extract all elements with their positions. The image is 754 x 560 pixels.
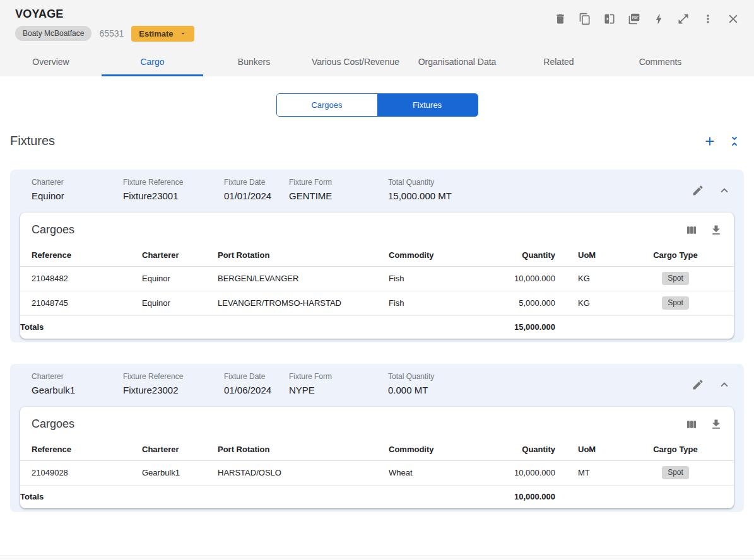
tab-cargo[interactable]: Cargo	[102, 47, 203, 76]
field-total-quantity: Total Quantity 0.000 MT	[388, 372, 692, 395]
chevron-up-icon	[717, 378, 731, 392]
field-fixture-form: Fixture Form GENTIME	[289, 178, 388, 201]
cell-port-rotation: BERGEN/LEVANGER	[218, 267, 389, 291]
totals-quantity: 15,000.000	[464, 316, 555, 339]
fixture-card: Charterer Gearbulk1 Fixture Reference Fi…	[10, 364, 744, 512]
column-header-quantity: Quantity	[464, 243, 555, 267]
cargoes-card: Cargoes Reference Charterer Port	[20, 213, 734, 339]
field-total-quantity: Total Quantity 15,000.000 MT	[388, 178, 692, 201]
collapse-fixture-button[interactable]	[717, 184, 731, 197]
totals-quantity: 10,000.000	[464, 486, 555, 509]
field-value: 01/01/2024	[224, 190, 289, 201]
field-label: Fixture Date	[224, 372, 289, 381]
cargo-type-badge: Spot	[662, 466, 689, 479]
field-label: Fixture Form	[289, 178, 388, 187]
columns-button[interactable]	[685, 418, 698, 431]
field-fixture-date: Fixture Date 01/06/2024	[224, 372, 289, 395]
collapse-fixture-button[interactable]	[717, 378, 731, 392]
fixture-card-actions	[692, 372, 731, 392]
copy-button[interactable]	[579, 13, 591, 25]
edit-fixture-button[interactable]	[692, 378, 704, 391]
tab-related[interactable]: Related	[508, 47, 610, 76]
cell-reference: 21049028	[20, 461, 142, 486]
cell-quantity: 5,000.000	[464, 291, 555, 316]
panel-bottom-edge	[0, 556, 754, 560]
edit-icon	[692, 184, 704, 197]
pdf-button[interactable]: PDF	[628, 13, 640, 25]
tab-overview[interactable]: Overview	[0, 47, 102, 76]
svg-text:PDF: PDF	[632, 16, 639, 20]
expand-button[interactable]	[677, 13, 690, 25]
tab-bunkers[interactable]: Bunkers	[203, 47, 305, 76]
estimate-button[interactable]: Estimate	[131, 26, 194, 42]
field-label: Charterer	[32, 372, 123, 381]
close-button[interactable]	[726, 12, 740, 26]
cell-charterer: Equinor	[142, 267, 218, 291]
column-header-cargo-type: Cargo Type	[628, 243, 734, 267]
topbar: VOYAGE Boaty McBoatface 65531 Estimate	[0, 0, 754, 76]
bolt-button[interactable]	[652, 13, 665, 25]
table-row[interactable]: 21049028 Gearbulk1 HARSTAD/OSLO Wheat 10…	[20, 461, 734, 486]
cell-quantity: 10,000.000	[464, 461, 555, 486]
field-label: Fixture Reference	[123, 372, 224, 381]
column-header-uom: UoM	[555, 437, 628, 461]
field-label: Charterer	[32, 178, 123, 187]
table-header-row: Reference Charterer Port Rotation Commod…	[20, 437, 734, 461]
field-fixture-reference: Fixture Reference Fixture23002	[123, 372, 224, 395]
cell-uom: KG	[555, 267, 628, 291]
cell-reference: 21048745	[20, 291, 142, 316]
table-row[interactable]: 21048482 Equinor BERGEN/LEVANGER Fish 10…	[20, 267, 734, 291]
column-header-cargo-type: Cargo Type	[628, 437, 734, 461]
voyage-number: 65531	[99, 28, 124, 38]
field-value: Gearbulk1	[32, 385, 123, 395]
add-fixture-button[interactable]	[703, 134, 717, 148]
field-fixture-reference: Fixture Reference Fixture23001	[123, 178, 224, 201]
fixtures-section-header: Fixtures	[0, 117, 754, 148]
cell-port-rotation: LEVANGER/TROMSO-HARSTAD	[218, 291, 389, 316]
voyage-panel: VOYAGE Boaty McBoatface 65531 Estimate	[0, 0, 754, 560]
chevron-up-icon	[717, 184, 731, 197]
cargoes-title: Cargoes	[32, 223, 74, 236]
download-button[interactable]	[710, 224, 722, 236]
toggle-fixtures[interactable]: Fixtures	[377, 94, 478, 116]
edit-icon	[692, 378, 704, 391]
columns-button[interactable]	[685, 224, 698, 236]
collapse-all-button[interactable]	[727, 134, 741, 148]
columns-icon	[685, 418, 698, 431]
tab-comments[interactable]: Comments	[610, 47, 711, 76]
tab-bar: Overview Cargo Bunkers Various Cost/Reve…	[0, 47, 754, 76]
column-header-reference: Reference	[20, 437, 142, 461]
field-value: Fixture23001	[123, 190, 224, 201]
field-label: Total Quantity	[388, 178, 692, 187]
totals-label: Totals	[20, 316, 142, 339]
cell-charterer: Gearbulk1	[142, 461, 218, 486]
toggle-cargoes[interactable]: Cargoes	[277, 94, 377, 116]
section-title: Fixtures	[10, 134, 55, 148]
table-header-row: Reference Charterer Port Rotation Commod…	[20, 243, 734, 267]
cell-cargo-type: Spot	[628, 267, 734, 291]
cell-reference: 21048482	[20, 267, 142, 291]
field-value: 15,000.000 MT	[388, 190, 692, 201]
cell-charterer: Equinor	[142, 291, 218, 316]
caret-down-icon	[179, 30, 187, 37]
estimate-button-label: Estimate	[139, 29, 173, 38]
vessel-chip: Boaty McBoatface	[15, 26, 91, 41]
delete-icon	[554, 13, 567, 25]
download-icon	[710, 418, 722, 431]
compare-button[interactable]	[603, 13, 616, 25]
tab-organisational-data[interactable]: Organisational Data	[406, 47, 508, 76]
more-vert-icon	[702, 13, 714, 25]
download-icon	[710, 224, 722, 236]
totals-row: Totals 15,000.000	[20, 316, 734, 339]
table-row[interactable]: 21048745 Equinor LEVANGER/TROMSO-HARSTAD…	[20, 291, 734, 316]
columns-icon	[685, 224, 698, 236]
cargoes-table: Reference Charterer Port Rotation Commod…	[20, 437, 734, 508]
cargoes-title: Cargoes	[32, 417, 74, 431]
edit-fixture-button[interactable]	[692, 184, 704, 197]
section-actions	[703, 134, 741, 148]
download-button[interactable]	[710, 418, 722, 431]
delete-button[interactable]	[554, 13, 567, 25]
tab-various-cost-revenue[interactable]: Various Cost/Revenue	[305, 47, 406, 76]
more-options-button[interactable]	[702, 13, 714, 25]
field-label: Fixture Date	[224, 178, 289, 187]
